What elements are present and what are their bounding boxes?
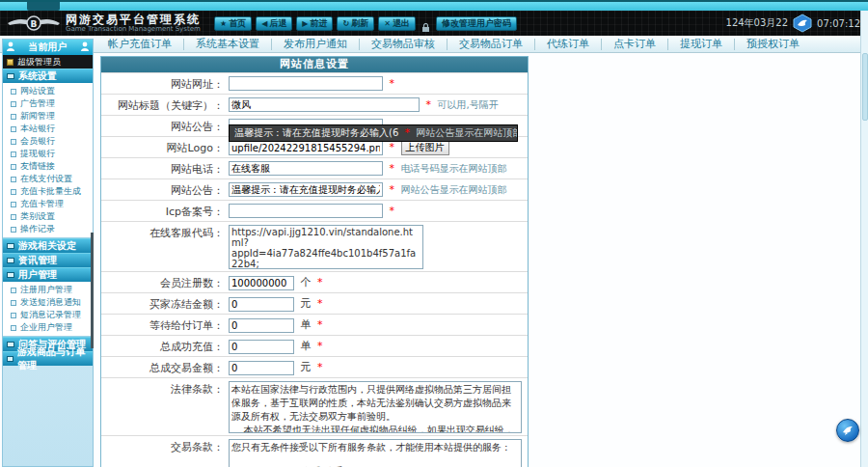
sidebar-item-news-management[interactable]: 新闻管理 <box>3 110 93 123</box>
app-title: 网游交易平台管理系统 <box>66 14 201 25</box>
sidebar-item-category-settings[interactable]: 类别设置 <box>3 210 93 223</box>
page-scrollbar-thumb[interactable] <box>862 53 868 121</box>
sidebar-item-sms-log[interactable]: 短消息记录管理 <box>3 309 93 321</box>
header-clock: 124年03月22 07:07:12 <box>726 14 860 33</box>
tab-item-orders[interactable]: 交易物品订单 <box>448 39 535 50</box>
home-button[interactable]: ★ 首页 <box>214 16 252 31</box>
top-tabbar: 帐户充值订单 系统基本设置 发布用户通知 交易物品审核 交易物品订单 代练订单 … <box>0 36 868 53</box>
sidebar-section-info-management[interactable]: 资讯管理 <box>3 253 93 267</box>
sidebar-item-site-bank[interactable]: 本站银行 <box>3 123 93 135</box>
change-password-button[interactable]: 修改管理用户密码 <box>436 16 517 31</box>
sidebar-item-enterprise-users[interactable]: 企业用户管理 <box>3 321 93 334</box>
notice-tooltip: 温馨提示：请在充值提现时务必输入(6 * 网站公告显示在网站顶部 <box>229 124 518 142</box>
site-url-input[interactable] <box>229 76 383 91</box>
total-recharge-input[interactable] <box>229 340 294 354</box>
page-icon <box>11 126 16 132</box>
sidebar-item-ad-management[interactable]: 广告管理 <box>3 97 93 110</box>
sidebar-section-user-management[interactable]: 用户管理 <box>3 267 93 282</box>
tab-pointcard-orders[interactable]: 点卡订单 <box>602 39 668 50</box>
forward-button[interactable]: ▶ 前进 <box>296 16 333 31</box>
dove-cube-icon <box>793 14 812 33</box>
page-scrollbar[interactable] <box>860 11 868 467</box>
sidebar-item-withdraw-bank[interactable]: 提现银行 <box>3 148 93 160</box>
page-icon <box>11 313 16 318</box>
tab-user-notice[interactable]: 发布用户通知 <box>272 39 360 50</box>
header-date: 124年03月22 <box>726 16 789 30</box>
row-site-notice-2: 网站公告： * 网站公告显示在网站顶部 <box>101 179 528 200</box>
site-notice-input-2[interactable] <box>229 182 383 197</box>
brand-block: 网游交易平台管理系统 Game Transaction Management S… <box>66 14 201 33</box>
window-tab[interactable] <box>27 2 60 11</box>
crown-icon <box>7 59 14 66</box>
legal-terms-textarea[interactable]: 本站在国家法律与行政范围内，只提供网络虚拟物品第三方居间担保服务，基于互联网的性… <box>229 381 522 433</box>
sidebar-item-send-sms-notice[interactable]: 发送短消息通知 <box>3 296 93 309</box>
page-icon <box>11 114 16 120</box>
back-button[interactable]: ◀ 后退 <box>256 16 292 31</box>
member-count-input[interactable] <box>229 276 294 290</box>
form-title: 网站信息设置 <box>101 57 528 72</box>
sidebar-section-system[interactable]: 系统设置 <box>3 69 93 83</box>
row-site-phone: 网站电话： * 电话号码显示在网站顶部 <box>101 157 528 179</box>
sidebar-item-card-batch-generate[interactable]: 充值卡批量生成 <box>3 185 93 198</box>
sidebar-item-operation-log[interactable]: 操作记录 <box>3 223 93 235</box>
trade-terms-textarea[interactable]: 您只有无条件接受以下所有服务条款，才能使用本站提供的服务： 1、服务条款的确认和… <box>229 439 522 467</box>
row-member-count: 会员注册数： 个 * <box>101 271 528 292</box>
tab-recharge-orders[interactable]: 帐户充值订单 <box>96 39 184 50</box>
total-trade-input[interactable] <box>229 361 294 375</box>
folder-icon <box>7 243 14 249</box>
tab-withdraw-orders[interactable]: 提现订单 <box>668 39 735 50</box>
site-info-form: 网站信息设置 网站网址： * 网站标题（关键字）： * 可以用,号隔开 网站公告… <box>100 56 529 467</box>
sidebar-section-goods-orders[interactable]: 游戏商品与订单管理 <box>3 351 93 366</box>
back-arrow-icon: ◀ <box>261 19 267 28</box>
phone-hint: 电话号码显示在网站顶部 <box>401 163 507 174</box>
site-title-input[interactable] <box>229 97 420 112</box>
header-time: 07:07:12 <box>817 18 860 29</box>
frozen-amount-input[interactable] <box>229 297 294 312</box>
admin-page: B 网游交易平台管理系统 Game Transaction Management… <box>0 0 868 467</box>
logout-button[interactable]: ✕ 退出 <box>378 16 416 31</box>
page-icon <box>11 300 16 306</box>
refresh-button[interactable]: ↻ 刷新 <box>337 16 374 31</box>
star-icon: ★ <box>220 19 227 28</box>
sidebar-item-site-settings[interactable]: 网站设置 <box>3 85 93 97</box>
tab-powerleveling-orders[interactable]: 代练订单 <box>535 39 602 50</box>
forward-arrow-icon: ▶ <box>302 19 308 28</box>
pending-orders-input[interactable] <box>229 318 294 333</box>
close-icon: ✕ <box>384 19 391 28</box>
admin-role-bar: 超级管理员 <box>3 55 93 69</box>
app-subtitle: Game Transaction Management System <box>66 25 201 33</box>
icp-input[interactable] <box>229 204 383 218</box>
site-logo-input[interactable] <box>229 141 383 155</box>
window-top-strip <box>0 0 868 11</box>
refresh-icon: ↻ <box>342 19 349 28</box>
sidebar-scrollbar[interactable] <box>91 233 94 348</box>
sidebar-item-friend-links[interactable]: 友情链接 <box>3 160 93 173</box>
row-total-trade: 总成交易金额： 元 * <box>101 356 528 377</box>
page-icon <box>11 288 16 293</box>
customer-service-floater[interactable] <box>836 419 859 442</box>
sidebar-section-game-settings[interactable]: 游戏相关设定 <box>3 238 93 253</box>
sidebar-item-card-management[interactable]: 充值卡管理 <box>3 198 93 210</box>
sidebar-item-member-bank[interactable]: 会员银行 <box>3 135 93 148</box>
current-user-tab[interactable]: 当前用户 <box>3 40 93 55</box>
row-site-url: 网站网址： * <box>101 72 528 94</box>
sidebar-item-online-payment[interactable]: 在线支付设置 <box>3 173 93 185</box>
folder-icon <box>7 73 14 79</box>
sidebar-item-registered-users[interactable]: 注册用户管理 <box>3 284 93 296</box>
site-phone-input[interactable] <box>229 161 383 176</box>
page-icon <box>11 89 16 95</box>
kefu-code-textarea[interactable]: https://vapi.jjg1210.vin/standalone.html… <box>229 225 423 269</box>
row-kefu-code: 在线客服代码： https://vapi.jjg1210.vin/standal… <box>101 221 528 271</box>
app-header: B 网游交易平台管理系统 Game Transaction Management… <box>0 11 868 36</box>
tab-preauth-orders[interactable]: 预授权订单 <box>735 39 811 50</box>
row-site-notice-1: 网站公告： 温馨提示：请在充值提现时务必输入(6 * 网站公告显示在网站顶部 <box>101 115 528 136</box>
notice2-hint: 网站公告显示在网站顶部 <box>401 184 507 195</box>
row-site-title: 网站标题（关键字）： * 可以用,号隔开 <box>101 94 528 115</box>
page-icon <box>11 214 16 220</box>
tab-system-settings[interactable]: 系统基本设置 <box>184 39 272 50</box>
row-legal-terms: 法律条款： 本站在国家法律与行政范围内，只提供网络虚拟物品第三方居间担保服务，基… <box>101 377 528 435</box>
folder-icon <box>7 342 14 347</box>
upload-image-button[interactable]: 上传图片 <box>401 140 449 155</box>
sidebar: 当前用户 超级管理员 系统设置 网站设置 广告管理 新闻管理 本站银行 会员银行… <box>2 39 94 467</box>
tab-item-review[interactable]: 交易物品审核 <box>360 39 448 50</box>
